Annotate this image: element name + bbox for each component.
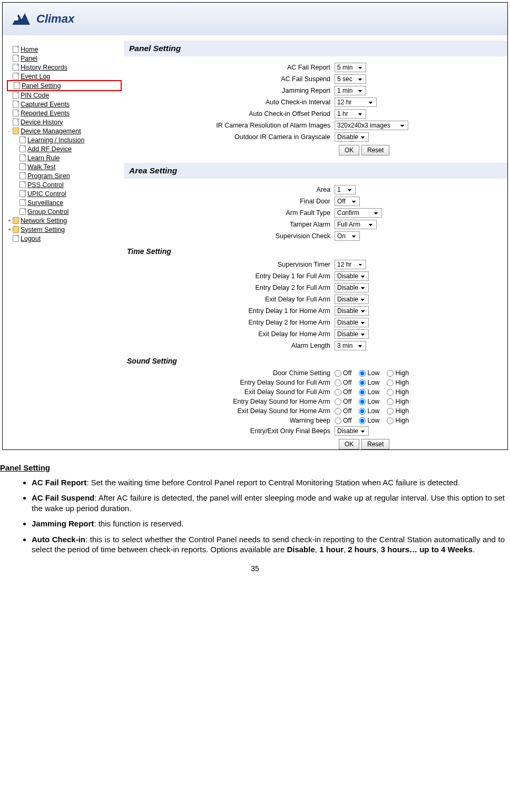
outdoor-ir-select[interactable]: Disable [335,132,369,142]
xd-home-select[interactable]: Disable [335,329,369,339]
nav-network-setting[interactable]: +Network Setting [7,216,122,225]
final-door-select[interactable]: Off [335,197,360,206]
jamming-report-label: Jamming Report [124,87,335,94]
nav-pss-control[interactable]: PSS Control [19,180,122,189]
ed1-home-select[interactable]: Disable [335,306,369,316]
panel-setting-heading: Panel Setting [124,41,507,56]
doc-bullet-1: AC Fail Report: Set the waiting time bef… [32,477,505,488]
page-number: 35 [0,564,510,573]
xds-full-label: Exit Delay Sound for Full Arm [124,388,335,396]
xds-full-radio[interactable]: OffLowHigh [335,388,498,396]
tamper-select[interactable]: Full Arm [335,220,377,229]
xds-home-radio[interactable]: OffLowHigh [335,407,498,415]
nav-logout[interactable]: Logout [7,234,122,243]
auto-offset-label: Auto Check-in Offset Period [124,110,335,118]
sup-timer-label: Supervision Timer [124,261,335,268]
nav-learning[interactable]: Learning / Inclusion [19,135,122,144]
ed2-full-label: Entry Delay 2 for Full Arm [124,284,335,291]
doc-heading: Panel Setting [0,463,505,473]
nav-add-rf[interactable]: Add RF Device [19,144,122,153]
eds-home-radio[interactable]: OffLowHigh [335,398,498,405]
climax-logo-icon [9,9,32,29]
nav-reported-events[interactable]: Reported Events [7,109,122,118]
nav-history-records[interactable]: History Records [7,63,122,72]
nav-event-log[interactable]: Event Log [7,72,122,81]
area-setting-heading: Area Setting [124,163,507,179]
ed1-full-select[interactable]: Disable [335,271,369,281]
panel-reset-button[interactable]: Reset [361,145,389,155]
nav-device-management[interactable]: -Device Management [7,126,122,135]
area-ok-button[interactable]: OK [339,439,359,449]
alarm-len-select[interactable]: 3 min [335,341,366,350]
nav-learn-rule[interactable]: Learn Rule [19,153,122,162]
xd-full-select[interactable]: Disable [335,295,369,304]
alarm-len-label: Alarm Length [124,342,335,349]
final-beeps-label: Entry/Exit Only Final Beeps [124,427,335,435]
nav-device-history[interactable]: Device History [7,118,122,126]
doc-bullet-2: AC Fail Suspend: After AC failure is det… [32,493,505,513]
doc-bullet-4: Auto Check-in: this is to select whether… [32,534,505,555]
outdoor-ir-label: Outdoor IR Camera in Grayscale [124,133,335,141]
screenshot-frame: Climax Home Panel History Records Event … [2,2,508,450]
nav-panel[interactable]: Panel [7,54,122,63]
time-setting-heading: Time Setting [124,243,507,260]
tamper-label: Tamper Alarm [124,221,335,228]
nav-surveillance[interactable]: Surveillance [19,198,122,207]
auto-offset-select[interactable]: 1 hr [335,109,366,119]
final-door-label: Final Door [124,198,335,205]
nav-walk-test[interactable]: Walk Test [19,162,122,171]
auto-checkin-label: Auto Check-in Interval [124,99,335,106]
brand-name: Climax [36,12,74,26]
nav-program-siren[interactable]: Program Siren [19,171,122,180]
svg-point-0 [14,16,18,21]
final-beeps-select[interactable]: Disable [335,426,369,436]
sound-setting-heading: Sound Setting [124,353,507,369]
eds-full-radio[interactable]: OffLowHigh [335,379,498,386]
jamming-report-select[interactable]: 1 min [335,86,366,95]
nav-panel-setting[interactable]: Panel Setting [7,80,122,91]
supervision-label: Supervision Check [124,232,335,240]
ac-fail-suspend-label: AC Fail Suspend [124,75,335,83]
nav-upic-control[interactable]: UPIC Control [19,189,122,198]
warn-beep-label: Warning beep [124,417,335,424]
door-chime-label: Door Chime Setting [124,369,335,377]
nav-pin-code[interactable]: PIN Code [7,91,122,100]
ed2-home-label: Entry Delay 2 for Home Arm [124,319,335,326]
area-select[interactable]: 1 [335,185,356,194]
auto-checkin-select[interactable]: 12 hr [335,97,377,107]
arm-fault-select[interactable]: Confirm [335,208,382,218]
nav-tree: Home Panel History Records Event Log Pan… [3,35,124,449]
ac-fail-suspend-select[interactable]: 5 sec [335,74,366,84]
xd-full-label: Exit Delay for Full Arm [124,296,335,303]
eds-home-label: Entry Delay Sound for Home Arm [124,398,335,405]
nav-home[interactable]: Home [7,45,122,54]
brand-logo: Climax [9,9,74,29]
ed2-home-select[interactable]: Disable [335,318,369,327]
xds-home-label: Exit Delay Sound for Home Arm [124,407,335,415]
ir-res-label: IR Camera Resolution of Alarm Images [124,122,335,129]
nav-captured-events[interactable]: Captured Events [7,100,122,109]
ed1-home-label: Entry Delay 1 for Home Arm [124,307,335,315]
nav-system-setting[interactable]: +System Setting [7,225,122,234]
ir-res-select[interactable]: 320x240x3 images [335,121,408,130]
area-reset-button[interactable]: Reset [361,439,389,449]
doc-bullet-3: Jamming Report: this function is reserve… [32,518,505,529]
ed1-full-label: Entry Delay 1 for Full Arm [124,272,335,280]
supervision-select[interactable]: On [335,231,360,241]
ac-fail-report-select[interactable]: 5 min [335,63,366,72]
door-chime-radio[interactable]: OffLowHigh [335,369,498,377]
xd-home-label: Exit Delay for Home Arm [124,330,335,338]
eds-full-label: Entry Delay Sound for Full Arm [124,379,335,386]
area-label: Area [124,186,335,193]
arm-fault-label: Arm Fault Type [124,209,335,217]
nav-group-control[interactable]: Group Control [19,207,122,216]
main-panel: Panel Setting AC Fail Report5 min AC Fai… [124,35,507,449]
app-banner: Climax [3,3,507,35]
document-text: Panel Setting AC Fail Report: Set the wa… [0,452,510,555]
panel-ok-button[interactable]: OK [339,145,359,155]
sup-timer-select[interactable]: 12 hr [335,260,366,269]
ac-fail-report-label: AC Fail Report [124,64,335,71]
ed2-full-select[interactable]: Disable [335,283,369,292]
warn-beep-radio[interactable]: OffLowHigh [335,417,498,424]
